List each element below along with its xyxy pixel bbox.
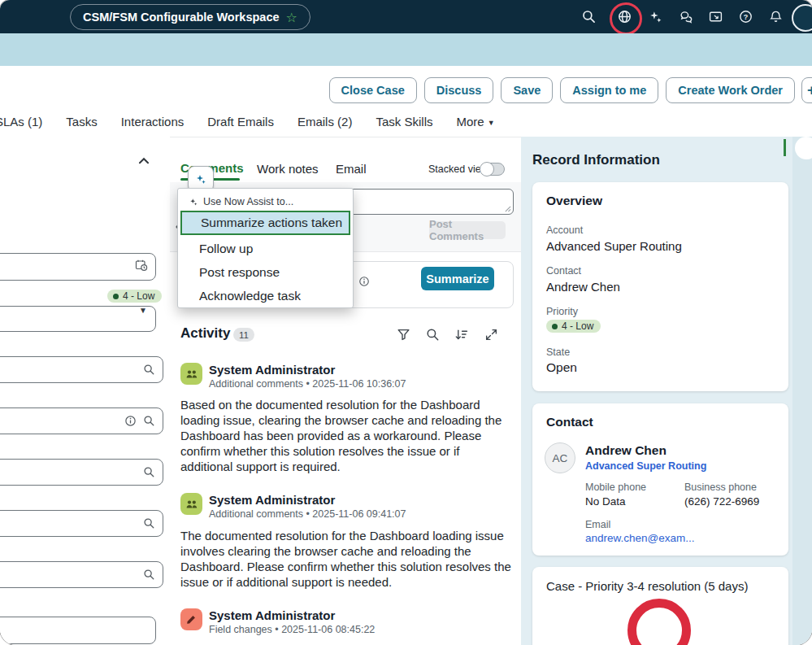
activity-title: Activity [180, 325, 230, 342]
search-icon[interactable] [143, 364, 155, 376]
priority-badge: 4 - Low [546, 320, 601, 333]
favorite-star-icon[interactable]: ☆ [286, 10, 297, 25]
business-phone-value: (626) 722-6969 [684, 495, 759, 508]
group-avatar-icon [180, 363, 202, 385]
tab-slas[interactable]: SLAs (1) [0, 115, 42, 129]
entry-body: Based on the documented resolution for t… [180, 397, 514, 474]
info-icon[interactable] [124, 415, 137, 427]
info-icon[interactable] [358, 276, 370, 290]
contact-label: Contact [546, 265, 581, 277]
chat-icon[interactable] [680, 10, 693, 24]
globe-icon[interactable] [618, 10, 632, 24]
priority-badge-left: 4 - Low [107, 290, 162, 303]
help-icon[interactable]: ? [739, 10, 753, 24]
sub-header-bar [0, 33, 812, 66]
create-work-order-button[interactable]: Create Work Order [666, 77, 795, 103]
state-value: Open [546, 360, 577, 375]
mobile-phone-label: Mobile phone [585, 482, 646, 493]
tab-emails[interactable]: Emails (2) [297, 115, 353, 129]
entry-meta: Additional comments • 2025-11-06 10:36:0… [209, 378, 406, 390]
email-link[interactable]: andrew.chen@exam... [585, 532, 695, 544]
contact-link[interactable]: Andrew Chen [546, 280, 620, 294]
agent-assist-icon[interactable] [709, 10, 723, 24]
right-panel-scrollbar[interactable] [792, 137, 812, 645]
record-tab-bar: SLAs (1) Tasks Interactions Draft Emails… [0, 115, 495, 129]
expand-icon[interactable] [484, 328, 498, 342]
account-label: Account [546, 224, 583, 236]
search-icon[interactable] [582, 10, 596, 24]
case-action-bar: Close Case Discuss Save Assign to me Cre… [329, 77, 795, 103]
close-case-button[interactable]: Close Case [329, 77, 417, 103]
now-assist-menu-header: Use Now Assist to... [189, 196, 293, 207]
reference-field-1[interactable] [0, 356, 163, 383]
priority-label: Priority [546, 306, 578, 317]
date-field[interactable]: 4 [0, 253, 156, 281]
chevron-up-icon[interactable] [137, 154, 151, 172]
contact-card-title: Contact [546, 415, 593, 429]
entry-author: System Administrator [209, 363, 335, 377]
menu-item-summarize-actions[interactable]: Summarize actions taken [180, 211, 350, 235]
priority-dot [113, 294, 119, 299]
contact-avatar: AC [545, 442, 575, 473]
sla-card-title: Case - Priority 3-4 resolution (5 days) [546, 579, 748, 593]
tab-tasks[interactable]: Tasks [66, 115, 97, 129]
state-label: State [546, 346, 570, 358]
filter-icon[interactable] [397, 328, 410, 342]
tab-interactions[interactable]: Interactions [121, 115, 185, 129]
app-window: CSM/FSM Configurable Workspace ☆ ? Close… [0, 0, 812, 645]
workspace-title: CSM/FSM Configurable Workspace [83, 11, 279, 24]
overview-title: Overview [546, 194, 602, 208]
entry-meta: Additional comments • 2025-11-06 09:41:0… [209, 508, 406, 520]
entry-author: System Administrator [209, 493, 335, 507]
now-assist-icon[interactable] [649, 10, 662, 24]
menu-item-follow-up[interactable]: Follow up [180, 238, 350, 259]
contact-account-link[interactable]: Advanced Super Routing [585, 460, 706, 472]
notifications-bell-icon[interactable] [769, 10, 783, 24]
assign-to-me-button[interactable]: Assign to me [560, 77, 658, 103]
contact-name: Andrew Chen [585, 443, 667, 458]
compose-tab-work-notes[interactable]: Work notes [257, 162, 319, 176]
sort-icon[interactable] [454, 328, 468, 342]
pencil-avatar-icon [180, 608, 202, 630]
reference-field-4[interactable] [0, 510, 163, 537]
record-information-title: Record Information [532, 152, 660, 168]
tab-draft-emails[interactable]: Draft Emails [207, 115, 274, 129]
summarize-button[interactable]: Summarize [421, 267, 494, 290]
stacked-view-toggle[interactable] [480, 163, 505, 176]
resize-handle-icon[interactable] [504, 205, 511, 212]
mobile-phone-value: No Data [585, 495, 626, 508]
save-button[interactable]: Save [501, 77, 553, 103]
account-link[interactable]: Advanced Super Routing [546, 239, 682, 253]
sparkle-icon [189, 197, 198, 207]
search-icon[interactable] [426, 328, 440, 342]
tab-more[interactable]: More ▼ [456, 115, 494, 129]
email-label: Email [585, 519, 610, 530]
search-icon[interactable] [143, 569, 155, 581]
collapse-panel-button[interactable] [795, 137, 812, 159]
now-assist-menu: Use Now Assist to... Summarize actions t… [177, 188, 354, 308]
search-icon[interactable] [143, 466, 155, 478]
chevron-down-icon: ▼ [488, 119, 495, 127]
text-field[interactable] [0, 617, 156, 644]
search-icon[interactable] [143, 415, 155, 427]
activity-count-badge: 11 [233, 328, 254, 342]
business-phone-label: Business phone [684, 482, 757, 493]
select-field[interactable]: ▼ [0, 306, 156, 332]
workspace-switcher-button[interactable]: CSM/FSM Configurable Workspace ☆ [70, 4, 310, 30]
search-icon[interactable] [143, 517, 155, 530]
menu-item-acknowledge-task[interactable]: Acknowledge task [180, 285, 350, 307]
entry-author: System Administrator [209, 608, 335, 622]
discuss-button[interactable]: Discuss [424, 77, 494, 103]
menu-item-post-response[interactable]: Post response [180, 261, 350, 283]
post-comments-button[interactable]: Post Comments [429, 221, 506, 239]
group-avatar-icon [180, 493, 202, 515]
calendar-clock-icon[interactable] [135, 259, 148, 275]
compose-tab-email[interactable]: Email [336, 162, 367, 176]
reference-field-2[interactable] [0, 407, 163, 434]
more-actions-button[interactable]: + [801, 77, 812, 103]
reference-field-5[interactable] [0, 561, 163, 588]
tab-task-skills[interactable]: Task Skills [376, 115, 432, 129]
panel-accent-bar [784, 139, 786, 156]
now-assist-sparkle-icon [194, 172, 207, 185]
reference-field-3[interactable] [0, 459, 163, 486]
